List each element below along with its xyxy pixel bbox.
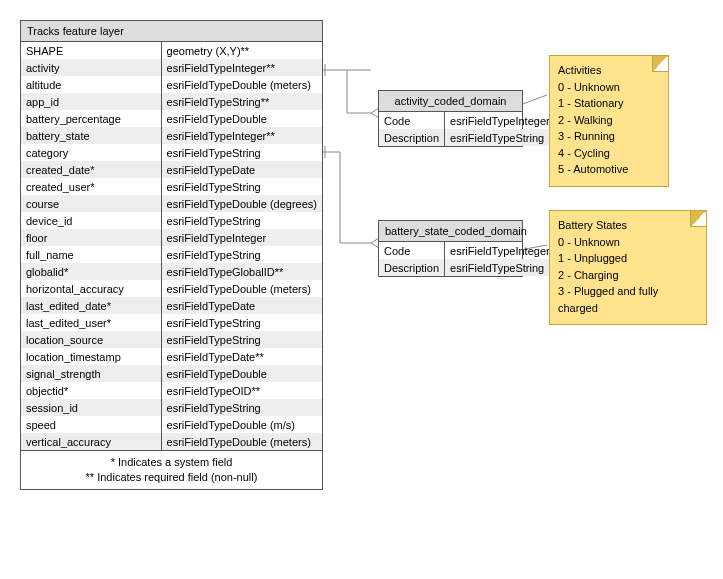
activity-domain-fields: CodeesriFieldTypeIntegerDescriptionesriF… <box>379 112 555 146</box>
table-row: categoryesriFieldTypeString <box>21 144 322 161</box>
table-row: created_date*esriFieldTypeDate <box>21 161 322 178</box>
note-line: 2 - Charging <box>558 267 698 284</box>
table-row: altitudeesriFieldTypeDouble (meters) <box>21 76 322 93</box>
field-type: esriFieldTypeDouble (m/s) <box>161 416 322 433</box>
note-fold-icon <box>690 211 706 227</box>
table-row: speedesriFieldTypeDouble (m/s) <box>21 416 322 433</box>
field-type: esriFieldTypeString <box>161 178 322 195</box>
field-type: esriFieldTypeInteger <box>445 112 555 129</box>
table-row: flooresriFieldTypeInteger <box>21 229 322 246</box>
note-line: 0 - Unknown <box>558 234 698 251</box>
battery-domain-fields: CodeesriFieldTypeIntegerDescriptionesriF… <box>379 242 555 276</box>
field-name: Code <box>379 242 445 259</box>
note-line: 4 - Cycling <box>558 145 660 162</box>
tracks-feature-layer-table: Tracks feature layer SHAPEgeometry (X,Y)… <box>20 20 323 490</box>
field-name: battery_percentage <box>21 110 161 127</box>
field-name: full_name <box>21 246 161 263</box>
field-name: SHAPE <box>21 42 161 59</box>
note-line: 1 - Unplugged <box>558 250 698 267</box>
field-type: esriFieldTypeInteger <box>445 242 555 259</box>
activity-domain-title: activity_coded_domain <box>379 91 522 112</box>
note-line: 1 - Stationary <box>558 95 660 112</box>
field-type: esriFieldTypeDate <box>161 297 322 314</box>
footnote-required-field: ** Indicates required field (non-null) <box>25 470 318 485</box>
field-type: esriFieldTypeInteger <box>161 229 322 246</box>
activities-note: Activities 0 - Unknown1 - Stationary2 - … <box>549 55 669 187</box>
tracks-table-title: Tracks feature layer <box>21 21 322 42</box>
table-row: SHAPEgeometry (X,Y)** <box>21 42 322 59</box>
field-type: geometry (X,Y)** <box>161 42 322 59</box>
field-type: esriFieldTypeString <box>161 246 322 263</box>
table-row: objectid*esriFieldTypeOID** <box>21 382 322 399</box>
field-type: esriFieldTypeString <box>445 129 555 146</box>
field-type: esriFieldTypeString <box>161 212 322 229</box>
battery-states-note: Battery States 0 - Unknown1 - Unplugged2… <box>549 210 707 325</box>
battery-state-coded-domain-table: battery_state_coded_domain CodeesriField… <box>378 220 523 277</box>
table-row: globalid*esriFieldTypeGlobalID** <box>21 263 322 280</box>
field-name: Description <box>379 129 445 146</box>
field-name: last_edited_user* <box>21 314 161 331</box>
tracks-table-footnotes: * Indicates a system field ** Indicates … <box>21 450 322 489</box>
table-row: location_sourceesriFieldTypeString <box>21 331 322 348</box>
field-type: esriFieldTypeDate** <box>161 348 322 365</box>
field-type: esriFieldTypeOID** <box>161 382 322 399</box>
activity-coded-domain-table: activity_coded_domain CodeesriFieldTypeI… <box>378 90 523 147</box>
field-name: globalid* <box>21 263 161 280</box>
field-type: esriFieldTypeInteger** <box>161 59 322 76</box>
table-row: device_idesriFieldTypeString <box>21 212 322 229</box>
field-type: esriFieldTypeDouble (degrees) <box>161 195 322 212</box>
field-name: floor <box>21 229 161 246</box>
field-type: esriFieldTypeString <box>161 399 322 416</box>
svg-line-8 <box>520 95 547 105</box>
table-row: DescriptionesriFieldTypeString <box>379 259 555 276</box>
table-row: location_timestampesriFieldTypeDate** <box>21 348 322 365</box>
field-type: esriFieldTypeString <box>161 144 322 161</box>
field-type: esriFieldTypeDouble (meters) <box>161 280 322 297</box>
battery-domain-title: battery_state_coded_domain <box>379 221 522 242</box>
field-type: esriFieldTypeString** <box>161 93 322 110</box>
table-row: activityesriFieldTypeInteger** <box>21 59 322 76</box>
note-line: 5 - Automotive <box>558 161 660 178</box>
field-type: esriFieldTypeDouble (meters) <box>161 433 322 450</box>
field-name: signal_strength <box>21 365 161 382</box>
field-type: esriFieldTypeDate <box>161 161 322 178</box>
field-type: esriFieldTypeDouble <box>161 110 322 127</box>
field-name: location_timestamp <box>21 348 161 365</box>
field-type: esriFieldTypeString <box>161 314 322 331</box>
table-row: courseesriFieldTypeDouble (degrees) <box>21 195 322 212</box>
note-line: 3 - Plugged and fully charged <box>558 283 698 316</box>
table-row: vertical_accuracyesriFieldTypeDouble (me… <box>21 433 322 450</box>
table-row: last_edited_user*esriFieldTypeString <box>21 314 322 331</box>
field-name: location_source <box>21 331 161 348</box>
field-name: created_date* <box>21 161 161 178</box>
table-row: session_idesriFieldTypeString <box>21 399 322 416</box>
field-name: horizontal_accuracy <box>21 280 161 297</box>
table-row: created_user*esriFieldTypeString <box>21 178 322 195</box>
field-name: Description <box>379 259 445 276</box>
field-name: last_edited_date* <box>21 297 161 314</box>
table-row: CodeesriFieldTypeInteger <box>379 242 555 259</box>
field-type: esriFieldTypeInteger** <box>161 127 322 144</box>
field-name: objectid* <box>21 382 161 399</box>
activities-note-title: Activities <box>558 62 660 79</box>
field-name: session_id <box>21 399 161 416</box>
field-name: created_user* <box>21 178 161 195</box>
tracks-fields-table: SHAPEgeometry (X,Y)**activityesriFieldTy… <box>21 42 322 450</box>
table-row: battery_percentageesriFieldTypeDouble <box>21 110 322 127</box>
table-row: signal_strengthesriFieldTypeDouble <box>21 365 322 382</box>
field-name: battery_state <box>21 127 161 144</box>
field-name: category <box>21 144 161 161</box>
battery-states-note-title: Battery States <box>558 217 698 234</box>
field-name: app_id <box>21 93 161 110</box>
table-row: app_idesriFieldTypeString** <box>21 93 322 110</box>
table-row: last_edited_date*esriFieldTypeDate <box>21 297 322 314</box>
field-name: activity <box>21 59 161 76</box>
note-fold-icon <box>652 56 668 72</box>
field-name: Code <box>379 112 445 129</box>
field-name: speed <box>21 416 161 433</box>
table-row: horizontal_accuracyesriFieldTypeDouble (… <box>21 280 322 297</box>
field-type: esriFieldTypeString <box>161 331 322 348</box>
note-line: 3 - Running <box>558 128 660 145</box>
field-type: esriFieldTypeDouble <box>161 365 322 382</box>
note-line: 2 - Walking <box>558 112 660 129</box>
